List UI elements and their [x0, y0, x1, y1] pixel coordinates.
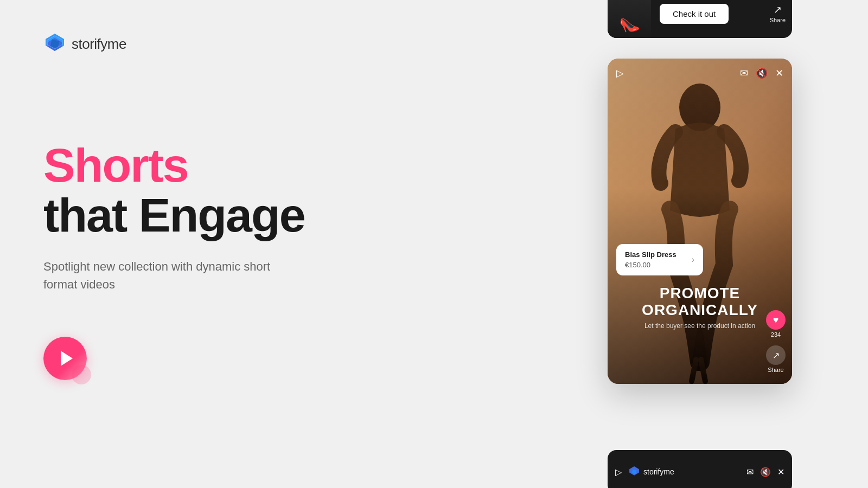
share-button[interactable]: ↗ Share	[766, 345, 786, 373]
share-label-top: Share	[770, 17, 786, 23]
like-button[interactable]: ♥ 234	[766, 310, 786, 338]
headline-pink: Shorts	[43, 140, 423, 190]
heart-icon: ♥	[766, 310, 786, 330]
play-icon	[61, 351, 73, 366]
right-section: 👠 Check it out ↗ Share	[488, 0, 868, 488]
bottom-logo-text: storifyme	[643, 467, 674, 476]
bottom-play-icon[interactable]: ▷	[615, 467, 622, 477]
play-button[interactable]	[43, 337, 87, 380]
product-card[interactable]: Bias Slip Dress €150.00 ›	[616, 244, 703, 275]
shoe-image: 👠	[617, 13, 641, 36]
brand-name: storifyme	[72, 36, 126, 53]
promo-main: PROMOTEORGANICALLY	[608, 285, 792, 319]
card-actions: ♥ 234 ↗ Share	[766, 310, 786, 373]
card-top-share[interactable]: ↗ Share	[770, 4, 786, 23]
card-bottom: ▷ storifyme ✉ 🔇 ✕	[608, 450, 792, 488]
logo: storifyme	[43, 33, 126, 55]
bottom-send-icon[interactable]: ✉	[746, 467, 754, 477]
share-label: Share	[768, 367, 783, 373]
bottom-logo: storifyme	[628, 466, 740, 478]
product-name: Bias Slip Dress	[625, 251, 685, 260]
product-info: Bias Slip Dress €150.00	[625, 251, 685, 269]
check-it-out-button[interactable]: Check it out	[660, 4, 729, 24]
share-icon-top: ↗	[774, 4, 782, 16]
bottom-controls: ✉ 🔇 ✕	[746, 467, 784, 477]
bottom-close-icon[interactable]: ✕	[777, 467, 784, 477]
card-controls: ▷ ✉ 🔇 ✕	[608, 59, 792, 88]
share-icon: ↗	[766, 345, 786, 365]
send-icon[interactable]: ✉	[740, 67, 748, 79]
card-main: ▷ ✉ 🔇 ✕ Bias Slip Dress €150.00 › PROMOT…	[608, 59, 792, 384]
bottom-logo-icon	[628, 466, 640, 478]
headline-dark: that Engage	[43, 190, 423, 240]
card-right-controls: ✉ 🔇 ✕	[740, 67, 783, 79]
like-count: 234	[771, 331, 781, 338]
close-icon[interactable]: ✕	[775, 67, 783, 79]
card-top: 👠 Check it out ↗ Share	[608, 0, 792, 38]
play-ctrl-icon[interactable]: ▷	[616, 67, 624, 79]
mute-icon[interactable]: 🔇	[756, 67, 768, 79]
bottom-mute-icon[interactable]: 🔇	[760, 467, 771, 477]
product-price: €150.00	[625, 261, 685, 269]
subtitle: Spotlight new collection with dynamic sh…	[43, 258, 304, 293]
promo-text: PROMOTEORGANICALLY Let the buyer see the…	[608, 285, 792, 330]
headline-block: Shorts that Engage	[43, 140, 423, 241]
left-section: storifyme Shorts that Engage Spotlight n…	[43, 0, 423, 488]
logo-icon	[43, 33, 66, 55]
product-arrow-icon: ›	[692, 255, 694, 265]
promo-sub: Let the buyer see the product in action	[608, 322, 792, 330]
card-top-image: 👠	[608, 0, 651, 38]
card-top-content: Check it out	[651, 4, 770, 24]
